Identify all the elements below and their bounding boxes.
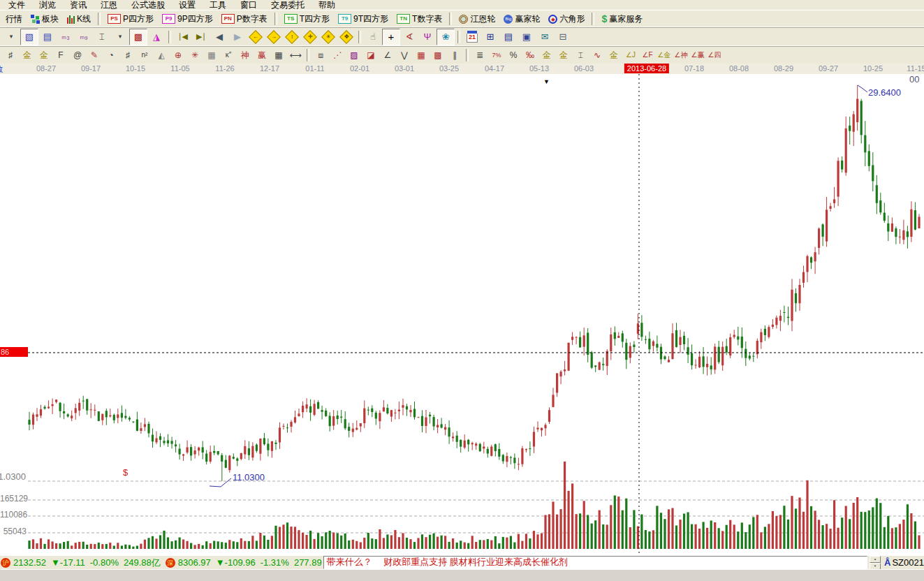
angle-win-tool[interactable]: ∠赢 [689, 47, 706, 63]
red-fan-tool[interactable]: ⋰ [329, 47, 346, 63]
angle-j-tool[interactable]: ∠J [622, 47, 639, 63]
p-number-table-button[interactable]: PNP数字表 [217, 12, 272, 27]
color-chart-button[interactable]: ◮ [147, 29, 166, 45]
spin-down-icon[interactable]: ▾ [870, 563, 881, 570]
spin-up-icon[interactable]: ▴ [870, 556, 881, 563]
red-grid-tool-2[interactable]: ▩ [430, 47, 446, 63]
menu-item-1[interactable]: 浏览 [32, 1, 63, 10]
t-number-table-button[interactable]: TNT数字表 [393, 12, 446, 27]
chart-area[interactable]: 29.6400 11.0300 $ ▼ 00 11.0300 86 165129… [0, 74, 924, 556]
first-page-button[interactable]: ∣◀ [174, 29, 192, 45]
sectors-button[interactable]: 板块 [27, 12, 63, 27]
box-frame-tool[interactable]: ⧈ [312, 47, 329, 63]
crosshair-tool-button[interactable]: + [382, 29, 400, 45]
starburst-tool[interactable]: ✳ [186, 47, 203, 63]
zoom-compress-button[interactable]: ✳ [319, 29, 337, 45]
purple-fan-tool[interactable]: ▨ [346, 47, 362, 63]
menu-item-5[interactable]: 设置 [172, 1, 203, 10]
hexagon-button[interactable]: ◆六角形 [544, 12, 589, 27]
brush-tool[interactable]: ✎ [86, 47, 103, 63]
news-ticker[interactable]: 带来什么？ 财政部重点支持 膜材料行业迎来高成长催化剂 [323, 556, 867, 569]
gann-shape-tool-button[interactable]: Ψ [418, 29, 437, 45]
zoom-expand-button[interactable]: ✛ [301, 29, 319, 45]
menu-item-2[interactable]: 资讯 [63, 1, 94, 10]
save-button[interactable]: ▣ [518, 29, 536, 45]
style-dropdown[interactable]: ▾ [111, 29, 129, 45]
zoom-left-button[interactable]: ← [247, 29, 265, 45]
angle-shen-tool[interactable]: ∠神 [673, 47, 689, 63]
p9-square-button[interactable]: P99P四方形 [158, 12, 217, 27]
view-dropdown[interactable]: ▾ [2, 29, 20, 45]
menu-item-9[interactable]: 帮助 [311, 1, 342, 10]
info-card-button[interactable]: ▤ [38, 29, 57, 45]
red-grid-tool-1[interactable]: ▦ [413, 47, 430, 63]
spiral-tool[interactable]: @ [69, 47, 86, 63]
last-page-button[interactable]: ▶∣ [192, 29, 210, 45]
steps-tool[interactable]: ≣ [471, 47, 488, 63]
candle-style-button[interactable]: ⌶ [93, 29, 111, 45]
notes-button[interactable]: ▤ [499, 29, 518, 45]
gann-wheel-button[interactable]: 江恩轮 [455, 12, 499, 27]
ruler-grid-tool[interactable]: ▦ [270, 47, 287, 63]
menu-item-0[interactable]: 文件 [1, 1, 32, 10]
hand-tool-button[interactable]: ☝ [364, 29, 382, 45]
gold-circle-tool[interactable]: 金 [538, 47, 555, 63]
angle-mirror-tool[interactable]: ◭ [153, 47, 170, 63]
red-pattern-button[interactable]: ▩ [129, 29, 147, 45]
angle-gold-tool[interactable]: ∠金 [656, 47, 673, 63]
candle-ruler-tool[interactable]: ⌶ [572, 47, 589, 63]
win-grid-tool[interactable]: 赢 [254, 47, 270, 63]
pattern-view-button[interactable]: ▧ [20, 29, 38, 45]
gold-grid-tool-1[interactable]: 金 [19, 47, 36, 63]
menu-item-6[interactable]: 工具 [203, 1, 233, 10]
gold-grid-tool-2[interactable]: 金 [36, 47, 52, 63]
gold-lines-tool[interactable]: 金 [555, 47, 572, 63]
p-square-button[interactable]: PSP四方形 [103, 12, 158, 27]
n-square-tool[interactable]: n² [136, 47, 153, 63]
three-fan-tool[interactable]: ∠ [379, 47, 396, 63]
calendar-button[interactable]: 21 [463, 29, 481, 45]
winner-service-button[interactable]: $赢家服务 [597, 12, 647, 27]
menu-item-3[interactable]: 江恩 [94, 1, 124, 10]
circle-cross-tool[interactable]: ⊕ [170, 47, 186, 63]
mail-button[interactable]: ✉ [536, 29, 554, 45]
calculator-button[interactable]: ⊞ [481, 29, 499, 45]
kline-button[interactable]: K线 [63, 12, 95, 27]
symbol-spinner[interactable]: ▴ ▾ [870, 556, 881, 570]
gann-grid-tool[interactable]: ♯ [2, 47, 19, 63]
bars-3-button[interactable]: ₘ₃ [57, 29, 75, 45]
winner-wheel-button[interactable]: Big赢家轮 [499, 12, 544, 27]
shade-fan-tool[interactable]: ◪ [362, 47, 379, 63]
wave-gold-tool[interactable]: ∿ [589, 47, 606, 63]
v-lines-tool[interactable]: ⋁ [396, 47, 413, 63]
permille-tool[interactable]: ‰ [522, 47, 538, 63]
zoom-right-button[interactable]: → [265, 29, 283, 45]
t9-square-button[interactable]: T99T四方形 [334, 12, 393, 27]
shen-grid-tool[interactable]: 神 [237, 47, 254, 63]
percent-line-tool[interactable]: 7% [488, 47, 505, 63]
k-quote-tool[interactable]: ĸ″ [220, 47, 237, 63]
zoom-vertical-button[interactable]: ↕ [283, 29, 301, 45]
quotes-button[interactable]: 行情 [1, 12, 27, 27]
f-grid-tool[interactable]: F [52, 47, 69, 63]
t-square-button[interactable]: TST四方形 [280, 12, 334, 27]
angle-f-tool[interactable]: ∠F [639, 47, 656, 63]
time-target-tool[interactable]: ◔ [103, 47, 119, 63]
menu-item-8[interactable]: 交易委托 [264, 1, 311, 10]
width-arrows-tool[interactable]: ⟷ [287, 47, 304, 63]
parallel-lines-tool[interactable]: ∥ [446, 47, 463, 63]
pan-chart-button[interactable]: ✥ [337, 29, 355, 45]
page-back-button[interactable]: ◀ [210, 29, 228, 45]
candlestick-chart[interactable] [0, 74, 924, 556]
menu-item-4[interactable]: 公式选股 [124, 1, 172, 10]
hash-grid-tool[interactable]: ♯ [119, 47, 136, 63]
angle-tool-button[interactable]: ∢ [400, 29, 418, 45]
percent-tool[interactable]: % [505, 47, 522, 63]
box-grid-tool[interactable]: ▦ [203, 47, 220, 63]
bars-9-button[interactable]: ₘ₉ [75, 29, 93, 45]
print-button[interactable]: ⊟ [554, 29, 572, 45]
menu-item-7[interactable]: 窗口 [233, 1, 264, 10]
brain-tool-button[interactable]: ❀ [437, 29, 455, 45]
angle-four-tool[interactable]: ∠四 [706, 47, 723, 63]
gold-char-tool[interactable]: 金 [606, 47, 622, 63]
